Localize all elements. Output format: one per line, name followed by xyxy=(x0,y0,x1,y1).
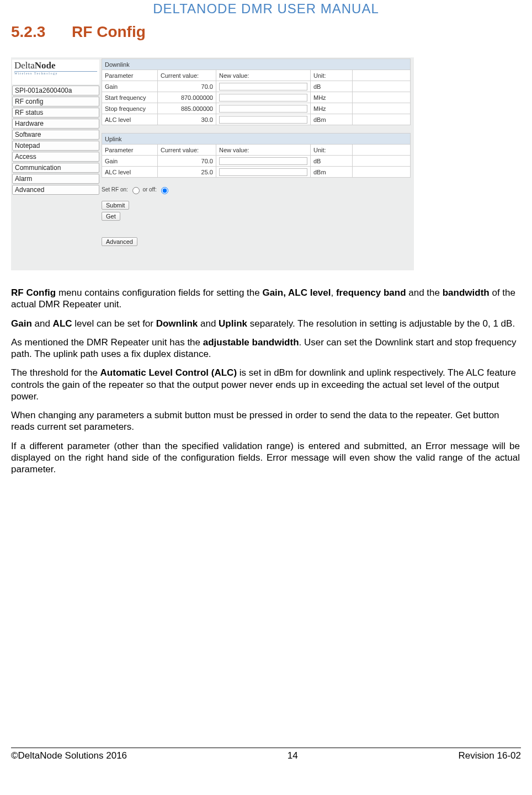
dl-startf-input[interactable] xyxy=(219,94,307,102)
table-row: Stop frequency 885.000000 MHz xyxy=(102,103,411,114)
sidebar-item-advanced[interactable]: Advanced xyxy=(12,185,99,195)
ul-alc-param: ALC level xyxy=(102,167,158,178)
dl-startf-cv: 870.000000 xyxy=(158,92,216,103)
rf-on-label: Set RF on: xyxy=(102,186,128,193)
sidebar-item-access[interactable]: Access xyxy=(12,152,99,162)
dl-hdr-nv: New value: xyxy=(216,70,311,81)
dl-stopf-unit: MHz xyxy=(311,103,353,114)
dl-alc-param: ALC level xyxy=(102,114,158,125)
ul-hdr-param: Parameter xyxy=(102,145,158,156)
dl-hdr-spare xyxy=(353,70,411,81)
dl-gain-cv: 70.0 xyxy=(158,81,216,92)
ul-gain-unit: dB xyxy=(311,156,353,167)
table-row: Start frequency 870.000000 MHz xyxy=(102,92,411,103)
rf-on-off-row: Set RF on: or off: xyxy=(102,185,411,194)
get-button[interactable]: Get xyxy=(102,212,120,221)
uplink-table: Uplink Parameter Current value: New valu… xyxy=(102,133,411,178)
ul-gain-cv: 70.0 xyxy=(158,156,216,167)
sidebar-item-device[interactable]: SPI-001a2600400a xyxy=(12,86,99,95)
page-footer: ©DeltaNode Solutions 2016 14 Revision 16… xyxy=(11,748,521,761)
sidebar-item-alarm[interactable]: Alarm xyxy=(12,174,99,184)
table-row: Gain 70.0 dB xyxy=(102,156,411,167)
dl-stopf-param: Stop frequency xyxy=(102,103,158,114)
footer-right: Revision 16-02 xyxy=(459,750,521,761)
ul-hdr-nv: New value: xyxy=(216,145,311,156)
downlink-caption: Downlink xyxy=(102,59,411,70)
ul-alc-input[interactable] xyxy=(219,168,307,176)
dl-gain-input[interactable] xyxy=(219,83,307,90)
dl-alc-unit: dBm xyxy=(311,114,353,125)
table-row: ALC level 25.0 dBm xyxy=(102,167,411,178)
sidebar-item-communication[interactable]: Communication xyxy=(12,163,99,173)
dl-stopf-cv: 885.000000 xyxy=(158,103,216,114)
dl-hdr-unit: Unit: xyxy=(311,70,353,81)
logo-subtitle: Wireless Technology xyxy=(14,72,97,75)
sidebar-item-rf-status[interactable]: RF status xyxy=(12,108,99,118)
section-title: RF Config xyxy=(72,23,146,40)
footer-left: ©DeltaNode Solutions 2016 xyxy=(11,750,127,761)
ul-hdr-unit: Unit: xyxy=(311,145,353,156)
submit-button[interactable]: Submit xyxy=(102,201,129,210)
uplink-caption: Uplink xyxy=(102,134,411,145)
logo-text-2: Node xyxy=(35,60,56,71)
ul-gain-input[interactable] xyxy=(219,157,307,165)
section-heading: 5.2.3 RF Config xyxy=(11,23,521,41)
paragraph: If a different parameter (other than the… xyxy=(11,440,520,476)
table-row: ALC level 30.0 dBm xyxy=(102,114,411,125)
table-row: Gain 70.0 dB xyxy=(102,81,411,92)
logo: DeltaNode Wireless Technology xyxy=(12,60,99,84)
sidebar-item-hardware[interactable]: Hardware xyxy=(12,119,99,129)
dl-alc-cv: 30.0 xyxy=(158,114,216,125)
dl-hdr-param: Parameter xyxy=(102,70,158,81)
paragraph: The threshold for the Automatic Level Co… xyxy=(11,367,520,402)
dl-hdr-cv: Current value: xyxy=(158,70,216,81)
screenshot-panel: DeltaNode Wireless Technology SPI-001a26… xyxy=(11,57,414,270)
ul-alc-cv: 25.0 xyxy=(158,167,216,178)
dl-gain-param: Gain xyxy=(102,81,158,92)
logo-text-1: Delta xyxy=(14,60,35,71)
dl-gain-unit: dB xyxy=(311,81,353,92)
paragraph: Gain and ALC level can be set for Downli… xyxy=(11,318,520,329)
dl-stopf-input[interactable] xyxy=(219,105,307,113)
sidebar: DeltaNode Wireless Technology SPI-001a26… xyxy=(12,58,99,196)
dl-alc-input[interactable] xyxy=(219,116,307,124)
dl-startf-unit: MHz xyxy=(311,92,353,103)
sidebar-item-rf-config[interactable]: RF config xyxy=(12,97,99,106)
body-text: RF Config menu contains configuration fi… xyxy=(11,287,521,475)
downlink-table: Downlink Parameter Current value: New va… xyxy=(102,58,411,125)
footer-center: 14 xyxy=(288,750,298,761)
paragraph: When changing any parameters a submit bu… xyxy=(11,409,520,433)
sidebar-item-notepad[interactable]: Notepad xyxy=(12,141,99,151)
section-number: 5.2.3 xyxy=(11,23,45,40)
ul-hdr-cv: Current value: xyxy=(158,145,216,156)
paragraph: As mentioned the DMR Repeater unit has t… xyxy=(11,337,520,360)
advanced-button[interactable]: Advanced xyxy=(102,237,137,246)
rf-off-label: or off: xyxy=(142,186,156,193)
dl-startf-param: Start frequency xyxy=(102,92,158,103)
rf-off-radio[interactable] xyxy=(161,187,168,194)
ul-gain-param: Gain xyxy=(102,156,158,167)
ul-alc-unit: dBm xyxy=(311,167,353,178)
document-header: DELTANODE DMR USER MANUAL xyxy=(11,0,521,17)
content-area: Downlink Parameter Current value: New va… xyxy=(99,58,413,269)
ul-hdr-spare xyxy=(353,145,411,156)
paragraph: RF Config menu contains configuration fi… xyxy=(11,287,520,311)
rf-on-radio[interactable] xyxy=(132,187,140,194)
sidebar-item-software[interactable]: Software xyxy=(12,130,99,140)
